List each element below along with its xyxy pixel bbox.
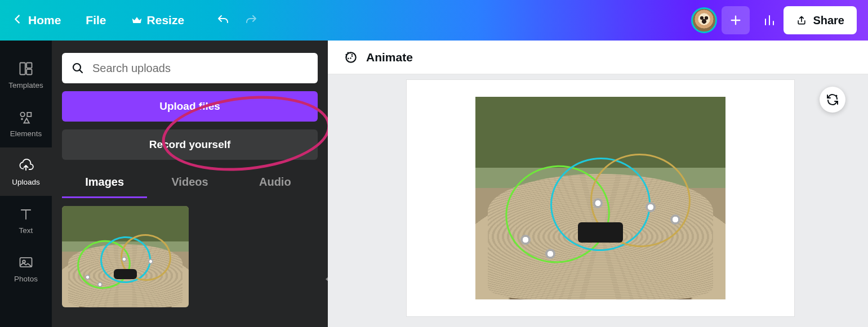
- file-label: File: [86, 14, 106, 27]
- svg-rect-0: [20, 62, 25, 74]
- undo-button[interactable]: [209, 6, 237, 34]
- svg-rect-1: [26, 62, 32, 68]
- resize-menu[interactable]: Resize: [131, 14, 185, 27]
- share-button[interactable]: Share: [784, 6, 857, 34]
- file-menu[interactable]: File: [86, 14, 106, 27]
- rail-templates-label: Templates: [8, 81, 43, 89]
- search-icon: [71, 61, 84, 75]
- context-bar: Animate: [328, 41, 868, 74]
- resize-label: Resize: [147, 14, 185, 27]
- canvas-area: Animate: [328, 41, 868, 327]
- rail-uploads-label: Uploads: [12, 178, 40, 186]
- uploads-panel: Upload files Record yourself Images Vide…: [52, 41, 328, 327]
- animate-icon: [344, 50, 358, 65]
- top-bar: Home File Resize Share: [0, 0, 868, 41]
- back-button[interactable]: [11, 13, 28, 28]
- svg-point-7: [346, 52, 355, 62]
- tab-images-label: Images: [85, 176, 124, 188]
- svg-point-9: [836, 95, 838, 97]
- share-label: Share: [813, 14, 844, 27]
- insights-button[interactable]: [755, 6, 784, 34]
- photos-icon: [18, 254, 34, 270]
- text-icon: [18, 206, 34, 222]
- crown-icon: [131, 15, 143, 26]
- uploads-icon: [18, 158, 34, 173]
- upload-files-button[interactable]: Upload files: [62, 91, 318, 122]
- search-input[interactable]: [92, 62, 309, 75]
- home-button[interactable]: Home: [28, 14, 61, 27]
- avatar[interactable]: [691, 7, 717, 33]
- rail-elements[interactable]: Elements: [0, 99, 52, 147]
- canvas-image[interactable]: [475, 97, 725, 299]
- rail-uploads[interactable]: Uploads: [0, 147, 52, 196]
- rail-text[interactable]: Text: [0, 196, 52, 244]
- elements-icon: [18, 109, 34, 125]
- upload-files-label: Upload files: [159, 100, 220, 113]
- rail-photos-label: Photos: [14, 275, 38, 283]
- search-uploads[interactable]: [62, 53, 318, 83]
- svg-rect-2: [26, 69, 32, 74]
- tab-images[interactable]: Images: [62, 176, 147, 198]
- templates-icon: [18, 61, 34, 77]
- rail-elements-label: Elements: [10, 129, 42, 138]
- home-label: Home: [28, 14, 61, 27]
- tab-videos[interactable]: Videos: [147, 176, 232, 198]
- tab-audio-label: Audio: [259, 176, 291, 188]
- share-icon: [796, 15, 807, 26]
- upload-tabs: Images Videos Audio: [62, 176, 318, 198]
- svg-point-3: [20, 112, 24, 116]
- design-page[interactable]: [407, 80, 794, 316]
- add-member-button[interactable]: [722, 6, 750, 34]
- record-yourself-button[interactable]: Record yourself: [62, 129, 318, 160]
- tab-videos-label: Videos: [171, 176, 208, 188]
- rail-photos[interactable]: Photos: [0, 244, 52, 293]
- animate-button[interactable]: Animate: [366, 51, 413, 64]
- rail-templates[interactable]: Templates: [0, 51, 52, 99]
- record-yourself-label: Record yourself: [149, 138, 231, 151]
- left-rail: Templates Elements Uploads Text Photos: [0, 41, 52, 327]
- regenerate-button[interactable]: [820, 87, 845, 113]
- upload-thumbnail[interactable]: [62, 206, 189, 307]
- rail-text-label: Text: [19, 226, 33, 235]
- redo-button[interactable]: [237, 6, 265, 34]
- tab-audio[interactable]: Audio: [233, 176, 318, 198]
